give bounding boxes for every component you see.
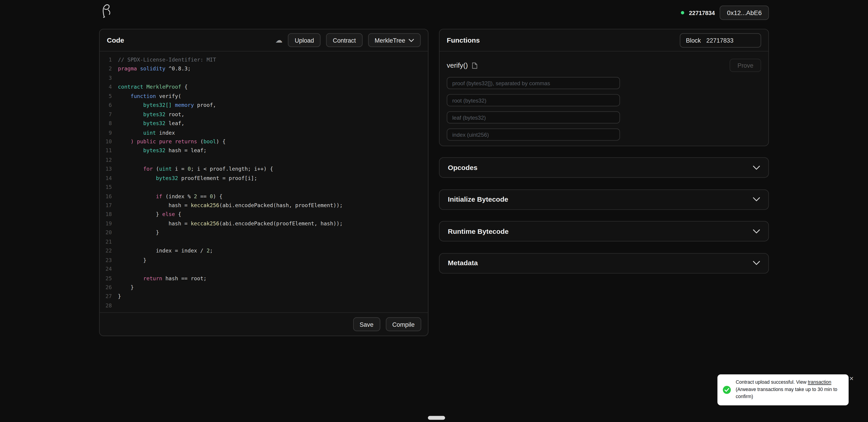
prove-button[interactable]: Prove (730, 59, 761, 72)
code-line: 26 } (100, 283, 428, 292)
functions-panel: Functions Block verify() Prove (439, 29, 769, 146)
code-line: 17 hash = keccak256(abi.encodePacked(has… (100, 201, 428, 210)
code-line: 16 if (index % 2 == 0) { (100, 192, 428, 201)
app-logo-icon (101, 3, 113, 19)
latest-block-number: 22717834 (689, 9, 715, 16)
toast-notification: Contract upload successful. View transac… (717, 374, 849, 405)
code-line: 24 (100, 265, 428, 274)
line-number: 4 (100, 83, 112, 92)
line-number: 22 (100, 246, 112, 256)
chevron-down-icon (753, 229, 760, 233)
code-line: 11 bytes32 hash = leaf; (100, 147, 428, 156)
code-line: 22 index = index / 2; (100, 246, 428, 256)
success-check-icon (722, 386, 732, 394)
function-name: verify() (447, 62, 468, 69)
code-line: 15 (100, 183, 428, 192)
chevron-down-icon (753, 165, 760, 170)
line-number: 7 (100, 110, 112, 119)
code-line: 23 } (100, 256, 428, 265)
section-opcodes[interactable]: Opcodes (439, 157, 769, 178)
toast-close-button[interactable]: ✕ (849, 375, 854, 382)
code-line: 28 (100, 301, 428, 310)
code-editor[interactable]: 1// SPDX-License-Identifier: MIT2pragma … (100, 52, 428, 312)
line-number: 18 (100, 210, 112, 219)
function-arg-input-proof[interactable] (447, 77, 620, 89)
line-number: 11 (100, 147, 112, 156)
wallet-address-button[interactable]: 0x12...AbE6 (720, 5, 769, 20)
code-line: 12 (100, 155, 428, 164)
line-number: 12 (100, 155, 112, 164)
topbar-right: 22717834 0x12...AbE6 (681, 5, 769, 20)
code-line: 20 } (100, 228, 428, 237)
code-line: 4contract MerkleProof { (100, 83, 428, 92)
chevron-down-icon (753, 197, 760, 202)
line-number: 27 (100, 292, 112, 301)
line-number: 1 (100, 55, 112, 64)
compile-button[interactable]: Compile (386, 318, 421, 331)
line-number: 23 (100, 256, 112, 265)
block-label: Block (686, 37, 701, 43)
code-panel-title: Code (107, 36, 124, 44)
section-metadata[interactable]: Metadata (439, 253, 769, 273)
line-number: 28 (100, 301, 112, 310)
line-number: 17 (100, 201, 112, 210)
network-status-dot (681, 11, 684, 14)
save-button[interactable]: Save (353, 318, 380, 331)
code-line: 19 hash = keccak256(abi.encodePacked(pro… (100, 219, 428, 228)
functions-panel-title: Functions (447, 36, 480, 44)
code-line: 25 return hash == root; (100, 274, 428, 283)
app-logo[interactable] (101, 3, 113, 21)
contract-select[interactable]: MerkleTree (368, 33, 421, 47)
line-number: 16 (100, 192, 112, 201)
line-number: 8 (100, 119, 112, 128)
section-label: Initialize Bytecode (448, 195, 508, 203)
contract-select-label: MerkleTree (375, 37, 405, 43)
line-number: 10 (100, 138, 112, 147)
line-number: 15 (100, 183, 112, 192)
line-number: 2 (100, 64, 112, 73)
code-line: 9 uint index (100, 128, 428, 138)
bottom-drag-handle[interactable] (428, 416, 445, 420)
section-label: Runtime Bytecode (448, 228, 509, 235)
function-arg-input-root[interactable] (447, 94, 620, 106)
functions-panel-body: verify() Prove (439, 52, 768, 141)
code-panel-header: Code ☁ Upload Contract MerkleTree (100, 29, 428, 52)
code-line: 27} (100, 292, 428, 301)
code-line: 2pragma solidity ^0.8.3; (100, 64, 428, 73)
code-line: 14 bytes32 proofElement = proof[i]; (100, 174, 428, 183)
code-line: 21 (100, 237, 428, 246)
toast-message: Contract upload successful. View transac… (736, 379, 843, 400)
function-arg-input-leaf[interactable] (447, 112, 620, 123)
functions-panel-header: Functions Block (439, 29, 768, 52)
line-number: 5 (100, 92, 112, 101)
section-label: Metadata (448, 259, 478, 267)
line-number: 19 (100, 219, 112, 228)
code-panel: Code ☁ Upload Contract MerkleTree 1// SP… (99, 29, 429, 336)
document-icon[interactable] (472, 62, 478, 69)
chevron-down-icon (408, 38, 414, 42)
block-number-input[interactable] (701, 33, 761, 47)
code-line: 13 for (uint i = 0; i < proof.length; i+… (100, 164, 428, 174)
line-number: 9 (100, 128, 112, 138)
line-number: 6 (100, 101, 112, 110)
line-number: 24 (100, 265, 112, 274)
code-line: 8 bytes32 leaf, (100, 119, 428, 128)
line-number: 25 (100, 274, 112, 283)
code-line: 18 } else { (100, 210, 428, 219)
function-row: verify() Prove (447, 59, 761, 72)
code-line: 6 bytes32[] memory proof, (100, 101, 428, 110)
code-panel-actions: ☁ Upload Contract MerkleTree (275, 33, 421, 47)
collapsible-sections: OpcodesInitialize BytecodeRuntime Byteco… (439, 157, 769, 273)
transaction-link[interactable]: transaction (808, 380, 831, 385)
contract-button[interactable]: Contract (326, 33, 362, 47)
code-line: 10 ) public pure returns (bool) { (100, 138, 428, 147)
function-arg-inputs (447, 77, 761, 141)
section-runtime-bytecode[interactable]: Runtime Bytecode (439, 221, 769, 242)
section-initialize-bytecode[interactable]: Initialize Bytecode (439, 189, 769, 210)
code-panel-footer: Save Compile (100, 312, 428, 336)
code-line: 3 (100, 73, 428, 83)
function-arg-input-index[interactable] (447, 128, 620, 141)
line-number: 3 (100, 73, 112, 83)
upload-button[interactable]: Upload (288, 33, 320, 47)
line-number: 13 (100, 164, 112, 174)
